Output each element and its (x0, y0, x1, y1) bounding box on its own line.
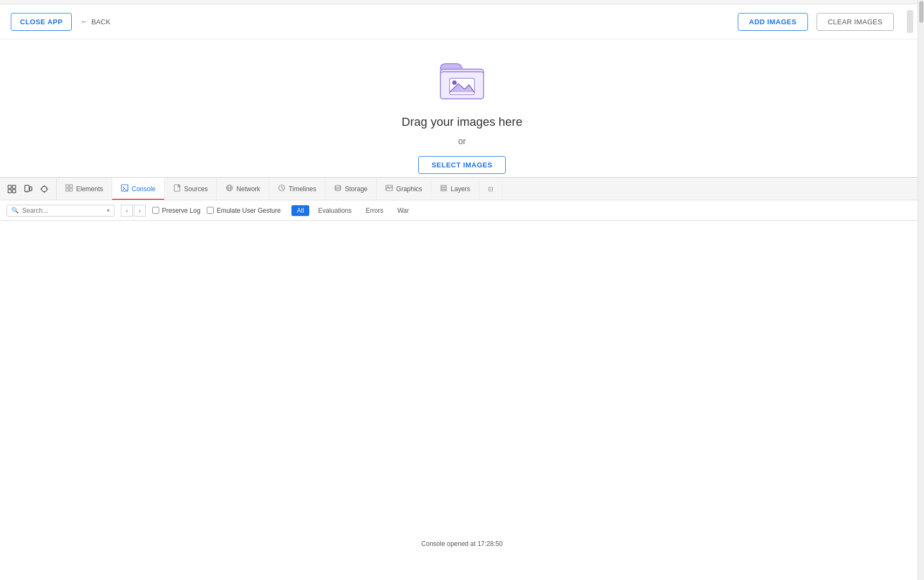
graphics-tab-icon (385, 184, 393, 193)
nav-arrows: ‹ › (121, 205, 146, 217)
preserve-log-input[interactable] (152, 207, 159, 214)
svg-rect-18 (66, 188, 69, 191)
devtools-content-area: Console opened at 17:28:50 (0, 221, 924, 580)
prev-arrow-button[interactable]: ‹ (121, 205, 133, 217)
tab-timelines-label: Timelines (289, 185, 316, 193)
inspect-element-icon[interactable] (5, 183, 18, 195)
tab-network[interactable]: Network (217, 178, 269, 200)
preserve-log-label: Preserve Log (162, 207, 200, 214)
svg-rect-5 (12, 185, 16, 188)
timelines-tab-icon (278, 184, 286, 193)
svg-point-3 (452, 80, 457, 85)
tab-graphics-label: Graphics (396, 185, 422, 193)
svg-rect-33 (441, 187, 446, 189)
search-input[interactable] (22, 207, 104, 214)
svg-rect-9 (30, 187, 32, 191)
emulate-gesture-input[interactable] (207, 207, 214, 214)
tab-sources[interactable]: Sources (165, 178, 217, 200)
storage-tab-icon (334, 184, 342, 193)
emulate-gesture-checkbox[interactable]: Emulate User Gesture (207, 207, 281, 214)
svg-rect-34 (441, 190, 446, 191)
devtools-tabs-bar: Elements Console Sources (0, 178, 924, 200)
svg-rect-7 (12, 190, 16, 193)
tab-graphics[interactable]: Graphics (377, 178, 431, 200)
crosshair-icon[interactable] (38, 183, 51, 195)
emulate-gesture-label: Emulate User Gesture (216, 207, 281, 214)
filter-warnings-button[interactable]: War (392, 205, 415, 216)
svg-rect-6 (8, 190, 11, 193)
select-images-button[interactable]: SELECT IMAGES (418, 156, 506, 174)
tab-network-label: Network (236, 185, 260, 193)
svg-rect-16 (66, 185, 69, 187)
sources-tab-icon (173, 184, 181, 193)
tab-storage-label: Storage (345, 185, 368, 193)
back-button[interactable]: ← BACK (80, 17, 110, 26)
device-icon[interactable] (22, 183, 35, 195)
app-container: CLOSE APP ← BACK ADD IMAGES CLEAR IMAGES… (0, 4, 924, 177)
svg-point-29 (335, 185, 341, 187)
svg-rect-4 (8, 185, 11, 188)
layers-tab-icon (440, 184, 447, 193)
svg-point-11 (42, 186, 47, 192)
devtools-panel: Elements Console Sources (0, 177, 924, 580)
filter-all-button[interactable]: All (291, 205, 309, 216)
drop-zone-icon (438, 56, 486, 104)
right-scroll-indicator (907, 10, 913, 33)
filter-errors-button[interactable]: Errors (360, 205, 389, 216)
tab-storage[interactable]: Storage (325, 178, 377, 200)
tab-layers[interactable]: Layers (431, 178, 479, 200)
or-text: or (458, 137, 466, 146)
svg-rect-19 (70, 188, 72, 191)
filter-evaluations-button[interactable]: Evaluations (312, 205, 357, 216)
tab-elements[interactable]: Elements (57, 178, 112, 200)
tab-console-label: Console (132, 185, 155, 193)
elements-tab-icon (65, 184, 73, 193)
console-search[interactable]: 🔍 ▾ (6, 205, 114, 217)
tab-console[interactable]: Console (112, 178, 165, 200)
tab-elements-label: Elements (76, 185, 103, 193)
app-toolbar: CLOSE APP ← BACK ADD IMAGES CLEAR IMAGES (0, 4, 924, 39)
devtools-filter-bar: 🔍 ▾ ‹ › Preserve Log Emulate User Gestur… (0, 200, 924, 221)
close-app-button[interactable]: CLOSE APP (11, 13, 72, 31)
tab-layers-label: Layers (451, 185, 470, 193)
clear-images-button[interactable]: CLEAR IMAGES (817, 13, 894, 31)
console-tab-icon (121, 184, 128, 193)
preserve-log-checkbox[interactable]: Preserve Log (152, 207, 200, 214)
drag-text: Drag your images here (402, 115, 522, 129)
svg-rect-17 (70, 185, 72, 187)
svg-point-10 (26, 190, 28, 191)
filter-pills: All Evaluations Errors War (291, 205, 415, 216)
svg-line-28 (282, 188, 283, 189)
tab-timelines[interactable]: Timelines (269, 178, 325, 200)
console-status: Console opened at 17:28:50 (411, 529, 514, 558)
search-icon: 🔍 (11, 207, 19, 214)
next-arrow-button[interactable]: › (134, 205, 146, 217)
right-scrollbar[interactable] (918, 0, 924, 580)
search-filter-icon: ▾ (107, 207, 110, 213)
svg-rect-32 (441, 185, 446, 187)
tab-sources-label: Sources (184, 185, 208, 193)
back-label: BACK (91, 18, 110, 26)
scrollbar-thumb (919, 1, 923, 23)
add-images-button[interactable]: ADD IMAGES (738, 13, 808, 31)
devtools-icon-group (0, 178, 57, 200)
network-tab-icon (226, 184, 233, 193)
back-arrow-icon: ← (80, 17, 88, 26)
top-bar (0, 0, 924, 4)
more-tab-icon: ⊟ (488, 185, 493, 193)
drop-zone[interactable]: Drag your images here or SELECT IMAGES (0, 39, 924, 190)
tab-more[interactable]: ⊟ (479, 178, 502, 200)
